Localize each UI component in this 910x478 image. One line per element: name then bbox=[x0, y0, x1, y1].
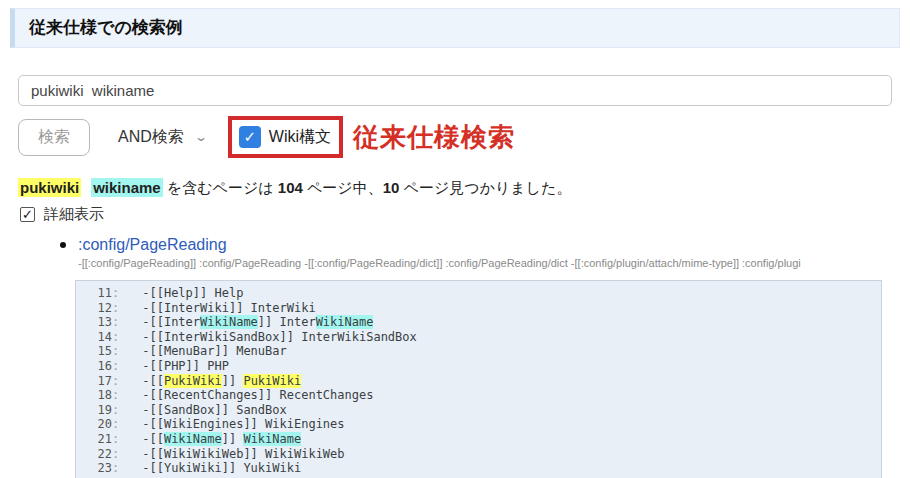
code-text: -[[ bbox=[142, 374, 164, 388]
highlighted-match: PukiWiki bbox=[243, 374, 301, 388]
code-text: -[[RecentChanges]] RecentChanges bbox=[142, 388, 373, 402]
result-text-1: を含むページは bbox=[163, 179, 278, 196]
code-line: 17:-[[PukiWiki]] PukiWiki bbox=[76, 374, 881, 389]
result-list: :config/PageReading -[[:config/PageReadi… bbox=[0, 236, 910, 269]
detail-display-row: ✓ 詳細表示 bbox=[20, 205, 910, 224]
code-line: 15:-[[MenuBar]] MenuBar bbox=[76, 344, 881, 359]
bullet-icon bbox=[60, 242, 66, 248]
code-line: 12:-[[InterWiki]] InterWiki bbox=[76, 301, 881, 316]
line-number-colon: : bbox=[112, 432, 119, 447]
line-number: 18 bbox=[76, 388, 112, 403]
found-pages-count: 10 bbox=[383, 179, 400, 196]
highlighted-match: WikiName bbox=[316, 315, 374, 329]
code-text: -[[Help]] Help bbox=[142, 286, 243, 300]
code-block: 11:-[[Help]] Help12:-[[InterWiki]] Inter… bbox=[75, 280, 882, 478]
code-line: 23:-[[YukiWiki]] YukiWiki bbox=[76, 461, 881, 476]
code-text: -[[ bbox=[142, 432, 164, 446]
line-content: -[[MenuBar]] MenuBar bbox=[142, 344, 287, 359]
code-text: -[[WikiWikiWeb]] WikiWikiWeb bbox=[142, 447, 344, 461]
wiki-syntax-checkbox[interactable]: ✓ bbox=[239, 126, 261, 148]
line-content: -[[PHP]] PHP bbox=[142, 359, 229, 374]
code-text: -[[PHP]] PHP bbox=[142, 359, 229, 373]
code-line: 22:-[[WikiWikiWeb]] WikiWikiWeb bbox=[76, 447, 881, 462]
line-number: 17 bbox=[76, 374, 112, 389]
code-line: 21:-[[WikiName]] WikiName bbox=[76, 432, 881, 447]
line-content: -[[WikiName]] WikiName bbox=[142, 432, 301, 447]
line-number-colon: : bbox=[112, 388, 119, 403]
highlighted-match: WikiName bbox=[200, 315, 258, 329]
line-content: -[[PukiWiki]] PukiWiki bbox=[142, 374, 301, 389]
code-text: -[[SandBox]] SandBox bbox=[142, 403, 287, 417]
code-line: 14:-[[InterWikiSandBox]] InterWikiSandBo… bbox=[76, 330, 881, 345]
line-number-colon: : bbox=[112, 461, 119, 476]
highlighted-match: WikiName bbox=[243, 432, 301, 446]
search-controls: 検索 AND検索 ⌄ ✓ Wiki構文 従来仕様検索 bbox=[18, 116, 910, 158]
line-number-colon: : bbox=[112, 330, 119, 345]
line-number: 15 bbox=[76, 344, 112, 359]
line-content: -[[WikiEngines]] WikiEngines bbox=[142, 417, 344, 432]
line-content: -[[Help]] Help bbox=[142, 286, 243, 301]
wiki-syntax-label: Wiki構文 bbox=[269, 127, 331, 148]
line-content: -[[InterWikiName]] InterWikiName bbox=[142, 315, 373, 330]
search-button[interactable]: 検索 bbox=[18, 119, 90, 156]
search-result-message: pukiwikiwikiname を含むページは 104 ページ中、10 ページ… bbox=[18, 179, 910, 198]
line-content: -[[YukiWiki]] YukiWiki bbox=[142, 461, 301, 476]
total-pages-count: 104 bbox=[278, 179, 303, 196]
code-text: -[[InterWikiSandBox]] InterWikiSandBox bbox=[142, 330, 417, 344]
highlighted-term-2: wikiname bbox=[91, 178, 163, 197]
list-item: :config/PageReading bbox=[60, 236, 910, 254]
line-number: 14 bbox=[76, 330, 112, 345]
line-content: -[[InterWiki]] InterWiki bbox=[142, 301, 315, 316]
page-link[interactable]: :config/PageReading bbox=[78, 236, 227, 254]
code-line: 18:-[[RecentChanges]] RecentChanges bbox=[76, 388, 881, 403]
code-line: 19:-[[SandBox]] SandBox bbox=[76, 403, 881, 418]
detail-display-label: 詳細表示 bbox=[44, 205, 104, 224]
code-text: -[[Inter bbox=[142, 315, 200, 329]
line-number-colon: : bbox=[112, 447, 119, 462]
page-title: 従来仕様での検索例 bbox=[10, 8, 900, 48]
highlighted-term-1: pukiwiki bbox=[18, 178, 81, 197]
highlighted-match: WikiName bbox=[164, 432, 222, 446]
annotation-text: 従来仕様検索 bbox=[353, 120, 515, 155]
search-mode-select[interactable]: AND検索 ⌄ bbox=[112, 120, 212, 155]
result-text-3: ページ見つかりました。 bbox=[399, 179, 571, 196]
detail-display-checkbox[interactable]: ✓ bbox=[20, 207, 35, 222]
line-number-colon: : bbox=[112, 315, 119, 330]
line-content: -[[SandBox]] SandBox bbox=[142, 403, 287, 418]
code-text: -[[MenuBar]] MenuBar bbox=[142, 344, 287, 358]
code-line: 11:-[[Help]] Help bbox=[76, 286, 881, 301]
line-number-colon: : bbox=[112, 286, 119, 301]
chevron-down-icon: ⌄ bbox=[194, 130, 208, 144]
code-line: 13:-[[InterWikiName]] InterWikiName bbox=[76, 315, 881, 330]
line-number: 21 bbox=[76, 432, 112, 447]
line-number-colon: : bbox=[112, 417, 119, 432]
search-input[interactable] bbox=[18, 75, 892, 106]
code-text: ]] bbox=[222, 374, 244, 388]
line-number: 22 bbox=[76, 447, 112, 462]
line-number: 16 bbox=[76, 359, 112, 374]
line-number-colon: : bbox=[112, 344, 119, 359]
line-number: 12 bbox=[76, 301, 112, 316]
wiki-syntax-highlight-box: ✓ Wiki構文 bbox=[228, 116, 343, 158]
line-number: 19 bbox=[76, 403, 112, 418]
code-line: 16:-[[PHP]] PHP bbox=[76, 359, 881, 374]
highlighted-match: PukiWiki bbox=[164, 374, 222, 388]
line-number: 23 bbox=[76, 461, 112, 476]
code-text: ]] bbox=[222, 432, 244, 446]
line-number: 11 bbox=[76, 286, 112, 301]
search-mode-value: AND検索 bbox=[118, 127, 184, 148]
line-number-colon: : bbox=[112, 301, 119, 316]
line-number-colon: : bbox=[112, 403, 119, 418]
result-text-2: ページ中、 bbox=[303, 179, 383, 196]
line-content: -[[RecentChanges]] RecentChanges bbox=[142, 388, 373, 403]
line-content: -[[WikiWikiWeb]] WikiWikiWeb bbox=[142, 447, 344, 462]
line-number: 20 bbox=[76, 417, 112, 432]
match-preview-text: -[[:config/PageReading]] :config/PageRea… bbox=[78, 257, 910, 269]
line-number-colon: : bbox=[112, 374, 119, 389]
code-line: 20:-[[WikiEngines]] WikiEngines bbox=[76, 417, 881, 432]
code-text: ]] Inter bbox=[258, 315, 316, 329]
line-content: -[[InterWikiSandBox]] InterWikiSandBox bbox=[142, 330, 417, 345]
line-number: 13 bbox=[76, 315, 112, 330]
code-text: -[[YukiWiki]] YukiWiki bbox=[142, 461, 301, 475]
code-text: -[[WikiEngines]] WikiEngines bbox=[142, 417, 344, 431]
